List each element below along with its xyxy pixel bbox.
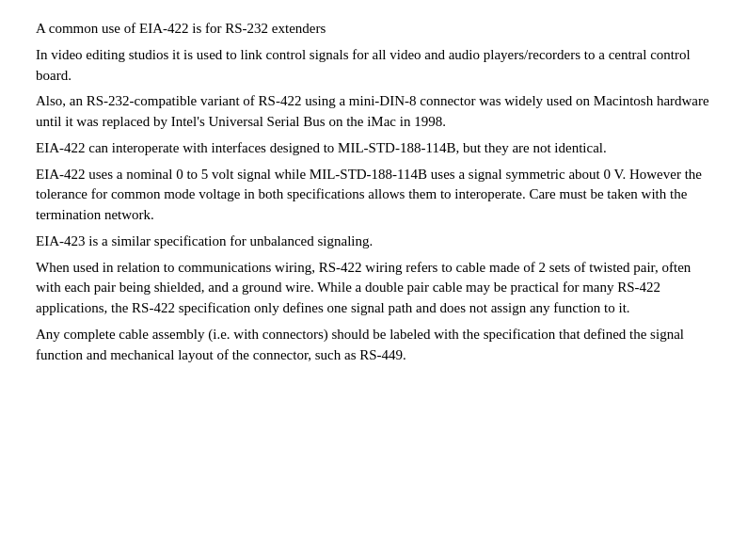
paragraph-8: Any complete cable assembly (i.e. with c… (36, 325, 711, 366)
paragraph-4: EIA-422 can interoperate with interfaces… (36, 138, 711, 159)
paragraph-2: In video editing studios it is used to l… (36, 45, 711, 87)
paragraph-1: A common use of EIA-422 is for RS-232 ex… (36, 19, 711, 40)
main-content: A common use of EIA-422 is for RS-232 ex… (0, 0, 747, 390)
paragraph-5: EIA-422 uses a nominal 0 to 5 volt signa… (36, 165, 711, 226)
paragraph-3: Also, an RS-232-compatible variant of RS… (36, 91, 711, 133)
paragraph-7: When used in relation to communications … (36, 258, 711, 319)
paragraph-6: EIA-423 is a similar specification for u… (36, 232, 711, 252)
